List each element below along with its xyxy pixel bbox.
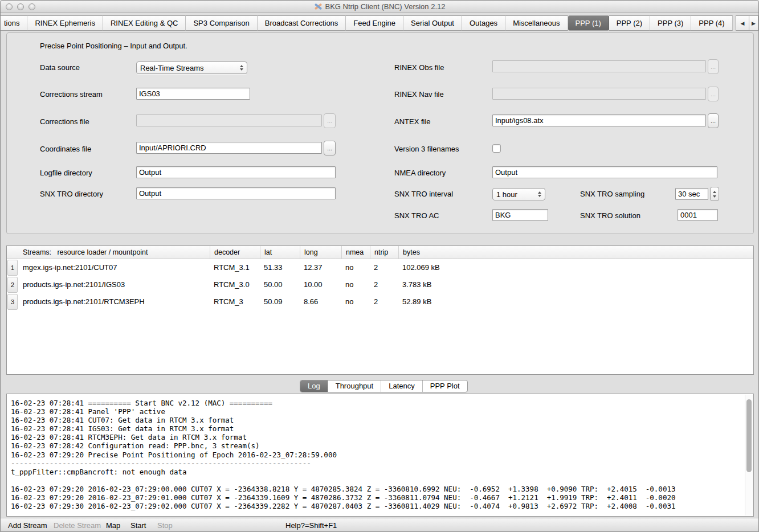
column-header-nmea: nmea bbox=[341, 246, 370, 259]
cell-decoder: RTCM_3.1 bbox=[210, 259, 250, 276]
antex-file-input[interactable] bbox=[492, 114, 706, 126]
tab-ppp-3[interactable]: PPP (3) bbox=[650, 15, 691, 31]
rinex-obs-file-browse-button: ... bbox=[708, 59, 719, 74]
logfile-directory-input[interactable] bbox=[136, 166, 336, 178]
log-scrollbar-thumb[interactable] bbox=[746, 399, 752, 472]
row-number: 3 bbox=[7, 294, 18, 310]
nmea-directory-input[interactable] bbox=[492, 166, 717, 178]
tab-sp3-comparison[interactable]: SP3 Comparison bbox=[186, 15, 257, 31]
tab-latency[interactable]: Latency bbox=[381, 380, 422, 392]
data-source-label: Data source bbox=[40, 63, 80, 72]
snx-tro-sampling-label: SNX TRO sampling bbox=[580, 190, 644, 198]
rinex-obs-file-label: RINEX Obs file bbox=[394, 63, 444, 72]
log-text: 16-02-23 07:28:41 ========== Start BNC v… bbox=[7, 394, 745, 516]
snx-tro-directory-input[interactable] bbox=[136, 187, 336, 199]
tab-scroll-left-icon[interactable]: ◀ bbox=[736, 15, 749, 31]
window-title: BKG Ntrip Client (BNC) Version 2.12 bbox=[1, 2, 758, 13]
start-button[interactable]: Start bbox=[130, 521, 146, 530]
snx-tro-solution-input[interactable] bbox=[678, 209, 718, 221]
tab-scroll-buttons: ◀ ▶ bbox=[736, 15, 758, 31]
cell-bytes: 3.783 kB bbox=[398, 276, 431, 293]
rinex-obs-file-input bbox=[492, 60, 706, 72]
tab-throughput[interactable]: Throughput bbox=[328, 380, 381, 392]
cell-ntrip: 2 bbox=[370, 293, 378, 310]
tab-feed-engine[interactable]: Feed Engine bbox=[346, 15, 403, 31]
cell-long: 10.00 bbox=[300, 276, 323, 293]
version3-filenames-checkbox[interactable] bbox=[492, 144, 501, 153]
help-hint: Help?=Shift+F1 bbox=[285, 521, 337, 530]
nmea-directory-label: NMEA directory bbox=[394, 169, 446, 177]
corrections-stream-input[interactable] bbox=[136, 88, 250, 100]
cell-long: 12.37 bbox=[300, 259, 323, 276]
delete-stream-button: Delete Stream bbox=[54, 521, 101, 530]
tab-rinex-ephemeris[interactable]: RINEX Ephemeris bbox=[27, 15, 103, 31]
corrections-file-label: Corrections file bbox=[40, 117, 89, 126]
stream-row-igs03[interactable]: 2 products.igs-ip.net:2101/IGS03 RTCM_3.… bbox=[7, 276, 753, 293]
tab-ppp-2[interactable]: PPP (2) bbox=[609, 15, 650, 31]
streams-table: Streams: resource loader / mountpoint de… bbox=[6, 245, 754, 375]
cell-decoder: RTCM_3.0 bbox=[210, 276, 250, 293]
snx-tro-ac-input[interactable] bbox=[492, 209, 548, 221]
streams-table-header: Streams: resource loader / mountpoint de… bbox=[7, 246, 753, 259]
log-scrollbar[interactable] bbox=[745, 395, 753, 515]
tab-ppp-1[interactable]: PPP (1) bbox=[568, 15, 609, 31]
updown-arrows-icon bbox=[538, 191, 541, 197]
bottom-tab-bar: Log Throughput Latency PPP Plot bbox=[300, 380, 468, 392]
snx-tro-solution-label: SNX TRO solution bbox=[580, 211, 640, 220]
snx-tro-ac-label: SNX TRO AC bbox=[394, 211, 439, 220]
stop-button: Stop bbox=[157, 521, 173, 530]
coordinates-file-browse-button[interactable]: ... bbox=[324, 141, 336, 155]
antex-file-label: ANTEX file bbox=[394, 117, 431, 126]
cell-nmea: no bbox=[341, 276, 353, 293]
column-header-long: long bbox=[300, 246, 341, 259]
tab-outages[interactable]: Outages bbox=[462, 15, 505, 31]
cell-mountpoint: mgex.igs-ip.net:2101/CUT07 bbox=[19, 259, 117, 276]
column-header-lat: lat bbox=[260, 246, 300, 259]
tab-ppp-4[interactable]: PPP (4) bbox=[691, 15, 732, 31]
coordinates-file-label: Coordinates file bbox=[40, 145, 91, 153]
tab-serial-output[interactable]: Serial Output bbox=[403, 15, 462, 31]
updown-arrows-icon bbox=[240, 65, 243, 71]
antex-file-browse-button[interactable]: ... bbox=[708, 113, 719, 128]
stream-row-rtcm3eph[interactable]: 3 products.igs-ip.net:2101/RTCM3EPH RTCM… bbox=[7, 293, 753, 310]
corrections-file-browse-button: ... bbox=[324, 113, 336, 128]
data-source-select[interactable]: Real-Time Streams bbox=[136, 62, 247, 74]
cell-lat: 50.09 bbox=[260, 293, 283, 310]
snx-tro-sampling-input[interactable] bbox=[675, 188, 708, 200]
tab-log[interactable]: Log bbox=[300, 380, 328, 392]
stream-row-cut07[interactable]: 1 mgex.igs-ip.net:2101/CUT07 RTCM_3.1 51… bbox=[7, 259, 753, 276]
coordinates-file-input[interactable] bbox=[136, 142, 322, 154]
row-number: 1 bbox=[7, 260, 18, 276]
cell-nmea: no bbox=[341, 293, 353, 310]
tab-miscellaneous[interactable]: Miscellaneous bbox=[505, 15, 568, 31]
corrections-stream-label: Corrections stream bbox=[40, 90, 103, 99]
tab-ppp-plot[interactable]: PPP Plot bbox=[422, 380, 467, 392]
cell-nmea: no bbox=[341, 259, 353, 276]
row-number: 2 bbox=[7, 277, 18, 293]
add-stream-button[interactable]: Add Stream bbox=[8, 521, 47, 530]
snx-tro-interval-label: SNX TRO interval bbox=[394, 190, 453, 198]
cell-decoder: RTCM_3 bbox=[210, 293, 243, 310]
map-button[interactable]: Map bbox=[106, 521, 120, 530]
cell-lat: 50.00 bbox=[260, 276, 283, 293]
version3-filenames-label: Version 3 filenames bbox=[394, 145, 459, 153]
cell-ntrip: 2 bbox=[370, 276, 378, 293]
snx-tro-sampling-stepper[interactable] bbox=[710, 187, 719, 201]
status-bar: Add Stream Delete Stream Map Start Stop … bbox=[1, 518, 758, 532]
column-header-mountpoint: Streams: resource loader / mountpoint bbox=[19, 246, 210, 259]
column-header-bytes: bytes bbox=[398, 246, 512, 259]
snx-tro-interval-select[interactable]: 1 hour bbox=[492, 188, 545, 200]
tab-rinex-observations-partial[interactable]: tions bbox=[1, 15, 27, 31]
cell-bytes: 102.069 kB bbox=[398, 259, 440, 276]
tab-rinex-editing-qc[interactable]: RINEX Editing & QC bbox=[103, 15, 186, 31]
log-output: 16-02-23 07:28:41 ========== Start BNC v… bbox=[6, 394, 754, 517]
panel-heading: Precise Point Positioning – Input and Ou… bbox=[40, 42, 187, 50]
tab-scroll-right-icon[interactable]: ▶ bbox=[749, 15, 758, 31]
cell-lat: 51.33 bbox=[260, 259, 283, 276]
cell-long: 8.66 bbox=[300, 293, 318, 310]
titlebar: BKG Ntrip Client (BNC) Version 2.12 bbox=[1, 1, 758, 13]
bnc-window: BKG Ntrip Client (BNC) Version 2.12 tion… bbox=[0, 0, 759, 532]
rinex-nav-file-input bbox=[492, 88, 706, 100]
cell-mountpoint: products.igs-ip.net:2101/RTCM3EPH bbox=[19, 293, 145, 310]
tab-broadcast-corrections[interactable]: Broadcast Corrections bbox=[258, 15, 346, 31]
